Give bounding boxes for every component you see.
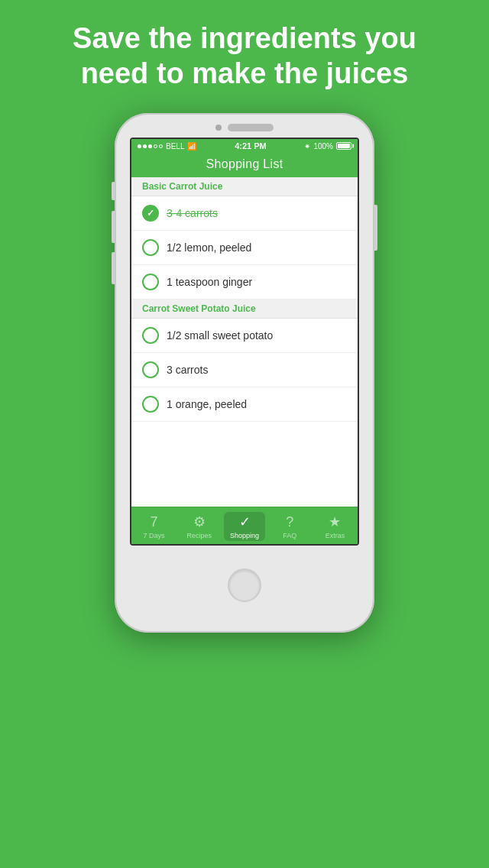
bluetooth-icon: ⁕ [304, 142, 310, 151]
tab-shopping[interactable]: ✓Shopping [222, 512, 267, 541]
list-item[interactable]: 1/2 small sweet potato [131, 319, 358, 353]
extras-icon: ★ [329, 513, 341, 530]
list-item[interactable]: 3 carrots [131, 353, 358, 387]
wifi-icon: 📶 [187, 142, 196, 151]
checkbox-item-2[interactable] [142, 239, 159, 256]
phone-bottom [228, 546, 261, 633]
item-text-item-5: 3 carrots [167, 364, 208, 376]
speaker-grille [228, 124, 274, 131]
phone-screen: BELL 📶 4:21 PM ⁕ 100% Shopping List Basi… [130, 138, 359, 546]
list-item[interactable]: 1/2 lemon, peeled [131, 231, 358, 265]
home-button[interactable] [228, 568, 261, 602]
phone-top-bar [115, 113, 374, 131]
tab-7days[interactable]: 77 Days [131, 514, 176, 539]
nav-title: Shopping List [131, 157, 358, 171]
item-text-item-6: 1 orange, peeled [167, 398, 247, 410]
dot2 [143, 144, 147, 148]
dot4 [154, 144, 157, 148]
checkbox-item-1[interactable] [142, 205, 159, 222]
front-camera [215, 125, 222, 131]
signal-dots [138, 144, 163, 148]
headline-line1: Save the ingredients you [73, 22, 416, 54]
7days-icon: 7 [151, 514, 158, 530]
battery-percent: 100% [313, 142, 333, 151]
dot1 [138, 144, 141, 148]
item-text-item-4: 1/2 small sweet potato [167, 329, 273, 342]
shopping-label: Shopping [230, 532, 259, 539]
shopping-icon: ✓ [239, 513, 251, 530]
item-text-item-2: 1/2 lemon, peeled [167, 241, 251, 254]
volume-up-button [112, 211, 115, 243]
item-text-item-1: 3-4 carrots [167, 207, 218, 219]
status-bar: BELL 📶 4:21 PM ⁕ 100% [131, 139, 358, 153]
list-item[interactable]: 3-4 carrots [131, 196, 358, 231]
shopping-list[interactable]: Basic Carrot Juice3-4 carrots1/2 lemon, … [131, 177, 358, 507]
nav-bar: Shopping List [131, 153, 358, 177]
faq-label: FAQ [283, 532, 296, 539]
section-header-basic-carrot: Basic Carrot Juice [131, 177, 358, 196]
extras-label: Extras [325, 532, 345, 539]
checkbox-item-6[interactable] [142, 396, 159, 413]
recipes-icon: ⚙ [193, 513, 206, 530]
headline: Save the ingredients you need to make th… [0, 21, 489, 91]
battery-fill [338, 144, 350, 148]
checkbox-item-4[interactable] [142, 327, 159, 344]
list-item[interactable]: 1 teaspoon ginger [131, 265, 358, 300]
battery-icon [336, 142, 351, 150]
dot3 [148, 144, 152, 148]
phone-frame: BELL 📶 4:21 PM ⁕ 100% Shopping List Basi… [115, 113, 374, 633]
list-item[interactable]: 1 orange, peeled [131, 387, 358, 422]
tab-faq[interactable]: ?FAQ [267, 514, 313, 539]
headline-line2: need to make the juices [81, 57, 409, 89]
item-text-item-3: 1 teaspoon ginger [167, 276, 252, 288]
tab-bar: 77 Days⚙Recipes✓Shopping?FAQ★Extras [131, 507, 358, 544]
tab-recipes[interactable]: ⚙Recipes [176, 513, 222, 539]
mute-button [112, 182, 115, 200]
status-left: BELL 📶 [138, 142, 196, 151]
tab-extras[interactable]: ★Extras [313, 513, 358, 539]
recipes-label: Recipes [187, 532, 212, 539]
7days-label: 7 Days [144, 532, 165, 539]
checkbox-item-3[interactable] [142, 274, 159, 290]
section-header-carrot-sweet-potato: Carrot Sweet Potato Juice [131, 300, 358, 319]
volume-down-button [112, 252, 115, 284]
faq-icon: ? [286, 514, 293, 530]
carrier-label: BELL [166, 142, 184, 151]
dot5 [159, 144, 163, 148]
status-right: ⁕ 100% [304, 142, 351, 151]
power-button [374, 205, 377, 251]
status-time: 4:21 PM [235, 141, 267, 151]
checkbox-item-5[interactable] [142, 361, 159, 378]
